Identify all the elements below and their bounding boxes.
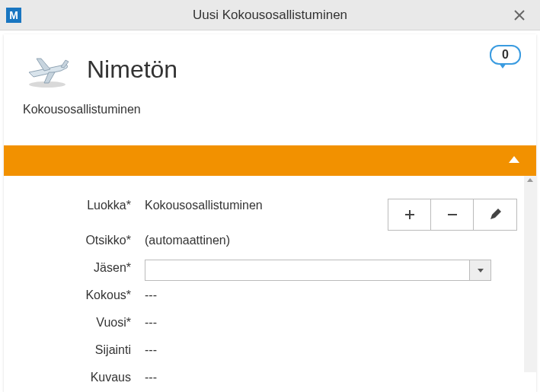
value-otsikko: (automaattinen) xyxy=(145,232,517,247)
label-kokous: Kokous* xyxy=(23,287,145,302)
chevron-down-icon xyxy=(478,269,484,272)
form: Luokka* Kokousosallistuminen xyxy=(4,176,536,392)
plus-icon xyxy=(404,209,415,220)
dialog-card: 0 Nimetön Kokousosallistuminen xyxy=(4,34,536,392)
value-kokous: --- xyxy=(145,287,517,302)
form-row-vuosi: Vuosi* --- xyxy=(23,314,517,336)
header-zone: 0 Nimetön Kokousosallistuminen xyxy=(4,34,536,124)
edit-button[interactable] xyxy=(474,199,516,230)
class-action-buttons xyxy=(388,199,517,231)
label-jasen: Jäsen* xyxy=(23,260,145,275)
airplane-icon xyxy=(23,49,72,89)
form-row-kokous: Kokous* --- xyxy=(23,287,517,308)
chevron-up-icon xyxy=(509,156,519,163)
minus-icon xyxy=(447,209,458,220)
form-row-luokka: Luokka* Kokousosallistuminen xyxy=(23,197,517,231)
value-kuvaus: --- xyxy=(145,369,517,384)
value-sijainti: --- xyxy=(145,342,517,357)
scrollbar[interactable] xyxy=(524,176,536,372)
form-row-kuvaus: Kuvaus --- xyxy=(23,369,517,390)
jasen-dropdown-button[interactable] xyxy=(469,260,490,280)
close-icon xyxy=(514,10,525,21)
add-button[interactable] xyxy=(388,199,431,230)
value-vuosi: --- xyxy=(145,314,517,330)
comment-count-button[interactable]: 0 xyxy=(490,45,521,65)
form-row-sijainti: Sijainti --- xyxy=(23,342,517,363)
jasen-input[interactable] xyxy=(145,260,469,280)
remove-button[interactable] xyxy=(431,199,474,230)
form-row-otsikko: Otsikko* (automaattinen) xyxy=(23,232,517,253)
page-subtitle: Kokousosallistuminen xyxy=(23,103,517,116)
jasen-combo xyxy=(145,260,491,281)
label-sijainti: Sijainti xyxy=(23,342,145,357)
titlebar: M Uusi Kokousosallistuminen xyxy=(0,0,540,30)
close-button[interactable] xyxy=(508,0,531,30)
comment-count: 0 xyxy=(502,48,509,61)
pencil-icon xyxy=(489,209,501,221)
window-title: Uusi Kokousosallistuminen xyxy=(0,8,540,23)
page-title: Nimetön xyxy=(87,56,177,84)
label-vuosi: Vuosi* xyxy=(23,314,145,330)
label-otsikko: Otsikko* xyxy=(23,232,145,247)
section-toggle[interactable] xyxy=(4,145,536,176)
scroll-up-icon xyxy=(524,176,536,183)
label-kuvaus: Kuvaus xyxy=(23,369,145,384)
form-row-jasen: Jäsen* xyxy=(23,260,517,281)
label-luokka: Luokka* xyxy=(23,197,145,212)
value-luokka: Kokousosallistuminen xyxy=(145,199,350,212)
app-icon: M xyxy=(6,8,21,23)
